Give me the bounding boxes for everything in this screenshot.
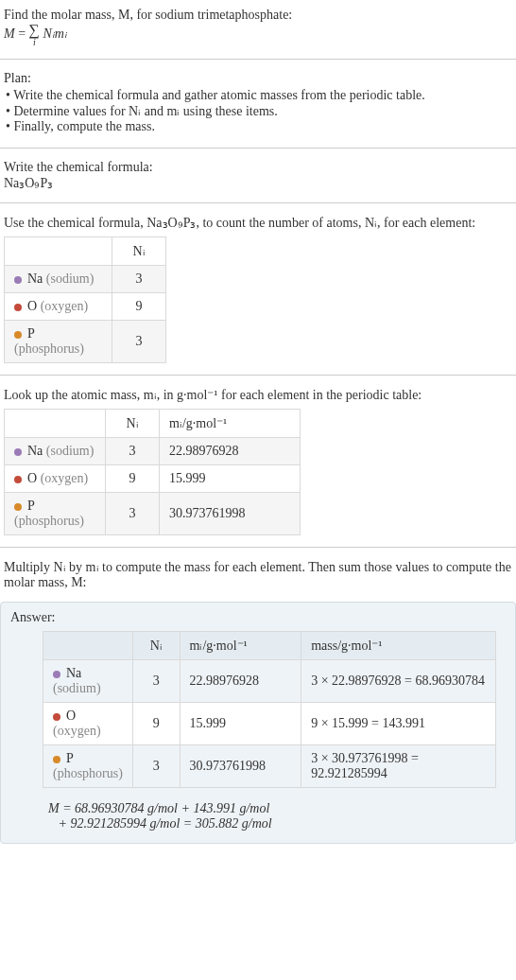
n-value: 3 — [132, 660, 180, 703]
element-dot-icon — [53, 756, 60, 763]
element-dot-icon — [14, 276, 22, 284]
m-value: 22.98976928 — [160, 438, 301, 465]
col-mi: mᵢ/g·mol⁻¹ — [180, 632, 301, 660]
element-cell: P (phosphorus) — [43, 745, 133, 788]
n-value: 3 — [106, 493, 160, 535]
intro-text: Find the molar mass, M, for sodium trime… — [4, 8, 292, 22]
element-cell: Na (sodium) — [5, 266, 112, 293]
plan-section: Plan: Write the chemical formula and gat… — [0, 63, 516, 144]
element-dot-icon — [53, 671, 60, 678]
answer-box: Answer: Nᵢmᵢ/g·mol⁻¹mass/g·mol⁻¹ Na (sod… — [0, 602, 516, 844]
plan-item: Write the chemical formula and gather at… — [6, 88, 512, 103]
intro-section: Find the molar mass, M, for sodium trime… — [0, 0, 516, 55]
mass-computation-table: Nᵢmᵢ/g·mol⁻¹mass/g·mol⁻¹ Na (sodium)322.… — [43, 631, 496, 788]
lookup-intro: Look up the atomic mass, mᵢ, in g·mol⁻¹ … — [4, 388, 421, 402]
m-value: 30.973761998 — [160, 493, 301, 535]
n-value: 3 — [132, 745, 180, 788]
n-value: 3 — [112, 321, 166, 363]
element-dot-icon — [14, 331, 22, 339]
write-formula-label: Write the chemical formula: — [4, 160, 153, 174]
n-value: 3 — [106, 438, 160, 465]
element-cell: Na (sodium) — [5, 438, 106, 465]
element-cell: O (oxygen) — [5, 465, 106, 493]
molar-mass-formula: M = ∑i Nᵢmᵢ — [4, 26, 67, 41]
answer-content: Nᵢmᵢ/g·mol⁻¹mass/g·mol⁻¹ Na (sodium)322.… — [10, 631, 506, 831]
col-mass: mass/g·mol⁻¹ — [301, 632, 496, 660]
element-dot-icon — [14, 304, 22, 311]
element-dot-icon — [14, 448, 22, 456]
element-dot-icon — [53, 713, 60, 721]
plan-title: Plan: — [4, 71, 31, 85]
m-value: 15.999 — [160, 465, 301, 493]
sigma-icon: ∑i — [29, 23, 40, 47]
atomic-mass-table: Nᵢmᵢ/g·mol⁻¹ Na (sodium)322.98976928 O (… — [4, 409, 301, 535]
m-value: 15.999 — [180, 703, 301, 745]
plan-list: Write the chemical formula and gather at… — [4, 88, 512, 134]
divider — [0, 202, 516, 203]
n-value: 9 — [132, 703, 180, 745]
final-line-2: + 92.921285994 g/mol = 305.882 g/mol — [59, 816, 272, 831]
divider — [0, 375, 516, 376]
n-value: 9 — [112, 293, 166, 321]
m-value: 22.98976928 — [180, 660, 301, 703]
multiply-section: Multiply Nᵢ by mᵢ to compute the mass fo… — [0, 551, 516, 598]
multiply-intro: Multiply Nᵢ by mᵢ to compute the mass fo… — [4, 560, 511, 589]
element-cell: O (oxygen) — [43, 703, 133, 745]
divider — [0, 59, 516, 60]
write-formula-section: Write the chemical formula: Na₃O₉P₃ — [0, 152, 516, 199]
element-dot-icon — [14, 476, 22, 483]
mass-calc: 3 × 22.98976928 = 68.96930784 — [301, 660, 496, 703]
element-cell: O (oxygen) — [5, 293, 112, 321]
chemical-formula: Na₃O₉P₃ — [4, 176, 53, 190]
divider — [0, 148, 516, 149]
col-mi: mᵢ/g·mol⁻¹ — [160, 410, 301, 438]
plan-item: Finally, compute the mass. — [6, 119, 512, 134]
plan-item: Determine values for Nᵢ and mᵢ using the… — [6, 103, 512, 119]
col-Ni: Nᵢ — [106, 410, 160, 438]
n-value: 3 — [112, 266, 166, 293]
atomic-mass-section: Look up the atomic mass, mᵢ, in g·mol⁻¹ … — [0, 379, 516, 543]
var-Nimi: Nᵢmᵢ — [43, 26, 66, 41]
eq-sign: = — [15, 26, 29, 41]
element-dot-icon — [14, 503, 22, 511]
col-Ni: Nᵢ — [132, 632, 180, 660]
col-Ni: Nᵢ — [112, 237, 166, 266]
final-line-1: M = 68.96930784 g/mol + 143.991 g/mol — [48, 801, 269, 815]
count-atoms-section: Use the chemical formula, Na₃O₉P₃, to co… — [0, 207, 516, 371]
n-value: 9 — [106, 465, 160, 493]
final-result: M = 68.96930784 g/mol + 143.991 g/mol + … — [43, 801, 506, 831]
element-cell: Na (sodium) — [43, 660, 133, 703]
atom-count-table: Nᵢ Na (sodium)3 O (oxygen)9 P (phosphoru… — [4, 236, 166, 363]
mass-calc: 3 × 30.973761998 = 92.921285994 — [301, 745, 496, 788]
divider — [0, 547, 516, 548]
element-cell: P (phosphorus) — [5, 493, 106, 535]
count-intro: Use the chemical formula, Na₃O₉P₃, to co… — [4, 216, 475, 230]
var-M: M — [4, 26, 15, 41]
element-cell: P (phosphorus) — [5, 321, 112, 363]
m-value: 30.973761998 — [180, 745, 301, 788]
answer-label: Answer: — [10, 610, 506, 625]
mass-calc: 9 × 15.999 = 143.991 — [301, 703, 496, 745]
